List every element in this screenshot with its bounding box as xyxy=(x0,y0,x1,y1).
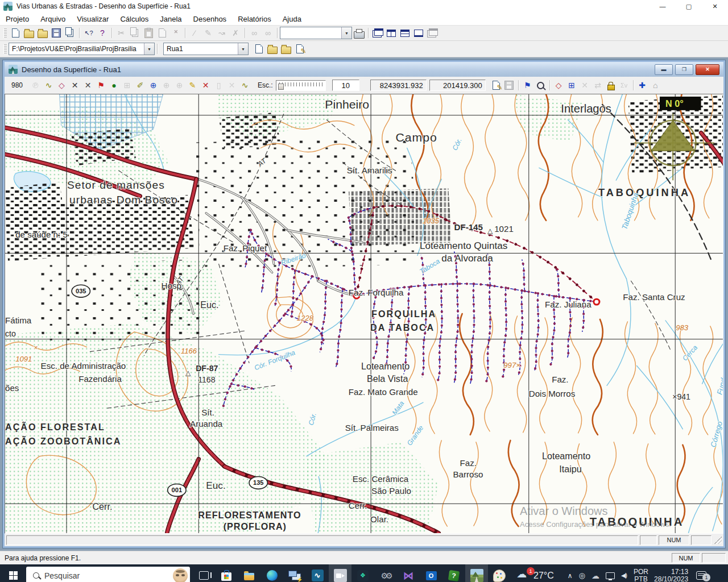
save-button[interactable] xyxy=(49,27,63,39)
point-info-button[interactable]: ℗ xyxy=(29,78,42,92)
chevron-down-icon[interactable]: ▼ xyxy=(144,43,154,55)
tile-vertical-button[interactable] xyxy=(384,27,398,39)
draw-curve-button[interactable]: ↝ xyxy=(215,27,229,39)
help-button[interactable]: ? xyxy=(96,27,109,39)
section-window-button[interactable]: ⊞ xyxy=(565,78,578,92)
edit-sheet-button[interactable] xyxy=(490,78,503,92)
stitch-needle-button[interactable]: ✐ xyxy=(134,78,147,92)
scale-value-box[interactable]: 10 xyxy=(332,80,359,91)
delete-node-button[interactable]: ✕ xyxy=(68,78,81,92)
find-button[interactable]: ∞ xyxy=(247,27,261,39)
taskbar-paint[interactable] xyxy=(488,564,511,582)
cascade-windows-button[interactable] xyxy=(371,27,384,39)
print-button[interactable] xyxy=(352,27,366,39)
project-path-combo[interactable]: F:\ProjetosVU&E\ProjBrasilia\ProjBrasili… xyxy=(9,43,155,55)
highlighter-button[interactable]: ✎ xyxy=(186,78,199,92)
cut-points-button[interactable]: ✕ xyxy=(225,78,238,92)
taskbar-help-book[interactable] xyxy=(442,564,465,582)
taskbar-task-view[interactable] xyxy=(192,564,215,582)
menu-projeto[interactable]: Projeto xyxy=(0,14,35,24)
minimize-all-button[interactable] xyxy=(412,27,425,39)
paste-button[interactable] xyxy=(142,27,155,39)
machine-button[interactable]: ⊞ xyxy=(121,78,134,92)
quick-combo[interactable]: ▼ xyxy=(280,27,352,39)
tray-expand-icon[interactable]: ∧ xyxy=(568,572,573,580)
speaker-icon[interactable]: ◀) xyxy=(621,572,627,579)
draw-node-button[interactable]: ✎ xyxy=(201,27,215,39)
cut-button[interactable]: ✂ xyxy=(114,27,128,39)
taskbar-remote-desktop[interactable] xyxy=(283,564,306,582)
taskbar-mysql-workbench[interactable] xyxy=(306,564,329,582)
swap-arrows-button[interactable]: ⇄ xyxy=(592,78,605,92)
taskbar-visual-studio[interactable] xyxy=(397,564,420,582)
map-canvas[interactable]: 035001135PinheiroCampoInterlagosTABOQUIN… xyxy=(5,94,723,534)
open-drawing-button[interactable] xyxy=(36,27,49,39)
notification-center-button[interactable]: 1 xyxy=(692,564,711,582)
toolbar-grip-2[interactable] xyxy=(3,44,7,54)
start-button[interactable] xyxy=(0,564,26,582)
edit-polyline-button[interactable]: ∿ xyxy=(42,78,55,92)
search-avatar[interactable] xyxy=(173,568,188,582)
scale-slider[interactable] xyxy=(276,80,326,91)
zoom-select-button[interactable] xyxy=(534,78,547,92)
sheet-copy-button[interactable] xyxy=(279,43,293,55)
surface-area-button[interactable]: ⌂ xyxy=(649,78,662,92)
maximize-button[interactable]: ▢ xyxy=(676,0,702,13)
close-x-button[interactable]: ✕ xyxy=(578,78,592,92)
globe-h-button[interactable]: ⊕ xyxy=(147,78,160,92)
roller-button[interactable]: ▯ xyxy=(212,78,225,92)
delete-document-button[interactable] xyxy=(169,27,183,39)
menu-desenhos[interactable]: Desenhos xyxy=(188,14,233,24)
polygon-red-button[interactable]: ◇ xyxy=(552,78,565,92)
taskbar-outlook[interactable] xyxy=(420,564,442,582)
language-indicator[interactable]: POR PTB xyxy=(634,568,648,582)
globe-secondary-button[interactable]: ⊕ xyxy=(160,78,173,92)
network-display-icon[interactable] xyxy=(606,572,615,579)
taskbar-file-explorer[interactable] xyxy=(238,564,260,582)
edit-polygon-button[interactable]: ◇ xyxy=(55,78,68,92)
save-all-button[interactable] xyxy=(63,27,77,39)
draw-delete-button[interactable]: ✗ xyxy=(229,27,242,39)
select-node-button[interactable]: ✕ xyxy=(81,78,94,92)
new-sheet-button[interactable] xyxy=(252,43,266,55)
globe-down-button[interactable]: ⊕ xyxy=(173,78,186,92)
plot-flag-button[interactable]: ⚑ xyxy=(521,78,534,92)
search-box[interactable]: Pesquisar xyxy=(26,567,190,582)
chevron-down-icon[interactable]: ▼ xyxy=(341,27,351,39)
sheet-history-button[interactable] xyxy=(266,43,279,55)
taskbar-settings-gears[interactable] xyxy=(374,564,397,582)
sheet-combo[interactable]: Rua1 ▼ xyxy=(163,43,249,55)
view-document-button[interactable] xyxy=(155,27,169,39)
toolbar-grip[interactable] xyxy=(3,28,7,38)
minimize-button[interactable]: — xyxy=(650,0,676,13)
capture-tray-icon[interactable]: ◎ xyxy=(579,571,585,580)
tile-horizontal-button[interactable] xyxy=(398,27,412,39)
resize-grip[interactable] xyxy=(714,537,722,544)
pan-move-button[interactable]: ✚ xyxy=(636,78,649,92)
delete-points-button[interactable]: ✕ xyxy=(199,78,212,92)
taskbar-filmora[interactable] xyxy=(351,564,374,582)
lock-button[interactable] xyxy=(605,78,618,92)
menu-janela[interactable]: Janela xyxy=(154,14,187,24)
context-help-button[interactable]: ↖? xyxy=(82,27,96,39)
save-view-button[interactable] xyxy=(503,78,516,92)
close-button[interactable]: ✕ xyxy=(702,0,728,13)
inner-restore-button[interactable]: ❐ xyxy=(675,64,693,75)
taskbar-vias-urbanas-app[interactable] xyxy=(465,564,488,582)
weather-widget[interactable]: 1 27°C xyxy=(511,564,560,582)
menu-cálculos[interactable]: Cálculos xyxy=(114,14,154,24)
sigma-v-button[interactable]: Σv xyxy=(618,78,631,92)
draw-line-button[interactable]: ∕ xyxy=(188,27,201,39)
taskbar-edge-browser[interactable] xyxy=(260,564,283,582)
inner-minimize-button[interactable]: ▬ xyxy=(655,64,673,75)
new-document-button[interactable] xyxy=(9,27,22,39)
menu-ajuda[interactable]: Ajuda xyxy=(277,14,307,24)
surface-sphere-button[interactable]: ● xyxy=(107,78,121,92)
polyline-secondary-button[interactable]: ∿ xyxy=(238,78,251,92)
onedrive-cloud-icon[interactable]: ☁ xyxy=(592,571,599,580)
copy-button[interactable] xyxy=(128,27,142,39)
menu-relatórios[interactable]: Relatórios xyxy=(232,14,277,24)
clock[interactable]: 17:13 28/10/2023 xyxy=(654,568,688,582)
taskbar-capture-tool[interactable] xyxy=(329,564,351,582)
menu-arquivo[interactable]: Arquivo xyxy=(35,14,71,24)
